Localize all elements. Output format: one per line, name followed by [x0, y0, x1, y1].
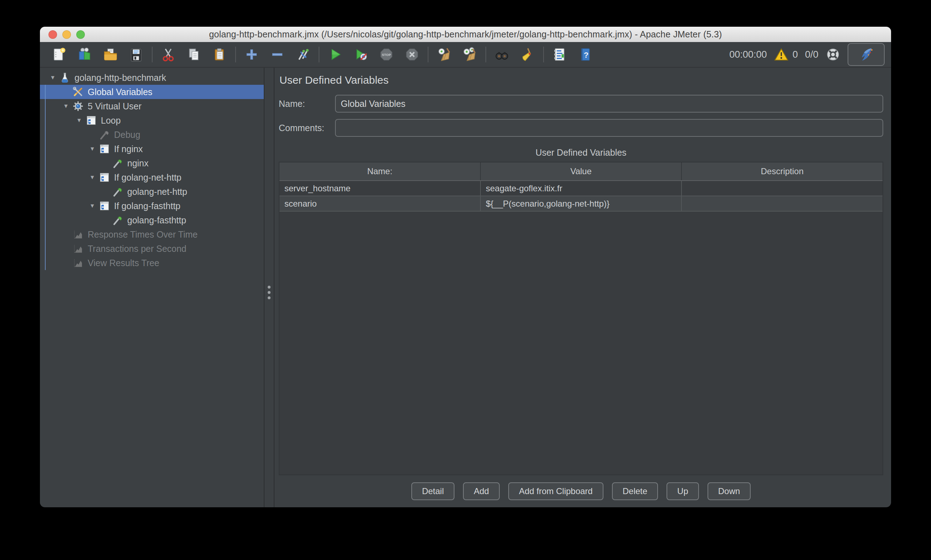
warning-count: 0: [792, 49, 798, 60]
tree-item-golang-net-http[interactable]: golang-net-http: [40, 185, 264, 199]
jmeter-logo-button[interactable]: [848, 43, 885, 66]
save-icon[interactable]: [128, 46, 144, 63]
variables-scroll-pane: Name:ValueDescription server_hostnamesea…: [279, 162, 883, 475]
column-header-description: Description: [681, 162, 883, 181]
start-icon[interactable]: [327, 46, 343, 63]
tree-item-if-golang-fasthttp[interactable]: ▼If golang-fasthttp: [40, 199, 264, 213]
sampler-gray-icon: [98, 129, 111, 141]
tree-item-label: Response Times Over Time: [88, 229, 197, 240]
add-from-clipboard-button[interactable]: Add from Clipboard: [508, 482, 603, 500]
search-icon[interactable]: [494, 46, 510, 63]
toolbar-groups: STOP?: [46, 46, 598, 63]
tree-item-label: golang-http-benchmark: [74, 73, 166, 83]
add-icon[interactable]: [244, 46, 260, 63]
target-icon: [826, 47, 840, 62]
stop-icon[interactable]: STOP: [378, 46, 395, 63]
column-header-value: Value: [481, 162, 681, 181]
elapsed-timer: 00:00:00: [729, 49, 767, 60]
split-pane-divider[interactable]: [265, 68, 274, 507]
detail-button[interactable]: Detail: [411, 482, 455, 500]
controller-icon: [98, 200, 111, 212]
controller-icon: [85, 114, 98, 126]
templates-icon[interactable]: [77, 46, 93, 63]
expand-arrow-icon[interactable]: ▼: [86, 146, 98, 152]
tree-item-label: nginx: [127, 158, 149, 169]
remove-icon[interactable]: [269, 46, 285, 63]
tree-item-golang-fasthttp[interactable]: golang-fasthttp: [40, 213, 264, 227]
minimize-button[interactable]: [62, 30, 71, 39]
expand-arrow-icon[interactable]: ▼: [47, 74, 59, 81]
toggle-icon[interactable]: [295, 46, 311, 63]
clean-icon[interactable]: [436, 46, 452, 63]
table-cell[interactable]: seagate-goflex.itix.fr: [481, 181, 681, 196]
tree-item-loop[interactable]: ▼Loop: [40, 113, 264, 128]
expand-arrow-icon[interactable]: ▼: [73, 117, 85, 124]
table-cell[interactable]: server_hostname: [279, 181, 481, 196]
new-file-icon[interactable]: [51, 46, 67, 63]
help-icon[interactable]: ?: [577, 46, 593, 63]
open-folder-icon[interactable]: [102, 46, 119, 63]
down-button[interactable]: Down: [707, 482, 751, 500]
tree-item-global-variables[interactable]: Global Variables: [40, 85, 264, 99]
cut-icon[interactable]: [160, 46, 176, 63]
main-panel: User Defined Variables Name: Comments: U…: [274, 68, 891, 507]
copy-icon[interactable]: [186, 46, 202, 63]
up-button[interactable]: Up: [666, 482, 699, 500]
comments-input[interactable]: [335, 119, 883, 137]
table-cell[interactable]: scenario: [279, 196, 481, 211]
thread-count: 0/0: [805, 49, 818, 60]
delete-button[interactable]: Delete: [612, 482, 658, 500]
jmeter-window: golang-http-benchmark.jmx (/Users/nicola…: [40, 27, 891, 507]
tree-item-label: Transactions per Second: [88, 244, 187, 254]
traffic-lights: [48, 27, 85, 42]
jmeter-logo-icon: [858, 46, 875, 63]
toolbar-status-cluster: 00:00:00 0 0/0: [729, 43, 885, 66]
table-row: server_hostnameseagate-goflex.itix.fr: [279, 181, 883, 196]
log-warning-indicator[interactable]: 0: [774, 47, 798, 62]
name-label: Name:: [279, 98, 335, 109]
name-input[interactable]: [335, 95, 883, 112]
tree-item-view-results-tree[interactable]: View Results Tree: [40, 256, 264, 270]
start-no-timers-icon[interactable]: [353, 46, 369, 63]
table-header-row: Name:ValueDescription: [279, 162, 883, 181]
table-cell[interactable]: [681, 181, 883, 196]
tree-item-5-virtual-user[interactable]: ▼5 Virtual User: [40, 99, 264, 113]
comments-row: Comments:: [279, 119, 883, 137]
add-button[interactable]: Add: [463, 482, 500, 500]
divider-grip-icon: [268, 286, 271, 299]
tree-item-label: View Results Tree: [88, 258, 159, 268]
paste-icon[interactable]: [211, 46, 228, 63]
close-button[interactable]: [48, 30, 57, 39]
expand-arrow-icon[interactable]: ▼: [86, 174, 98, 181]
tree-item-label: If nginx: [114, 144, 143, 154]
tree-guide-line: [45, 85, 46, 270]
function-helper-icon[interactable]: [552, 46, 568, 63]
tree-item-golang-http-benchmark[interactable]: ▼golang-http-benchmark: [40, 71, 264, 85]
global-vars-icon: [72, 86, 85, 98]
shutdown-icon[interactable]: [404, 46, 420, 63]
tree-item-transactions-per-second[interactable]: Transactions per Second: [40, 242, 264, 256]
tree-item-response-times-over-time[interactable]: Response Times Over Time: [40, 227, 264, 242]
tree-item-label: golang-fasthttp: [127, 215, 186, 226]
expand-arrow-icon[interactable]: ▼: [86, 203, 98, 209]
sampler-icon: [111, 214, 124, 226]
column-header-name: Name:: [279, 162, 481, 181]
clean-search-icon[interactable]: [519, 46, 536, 63]
chart-icon: [72, 257, 85, 269]
tree-item-if-nginx[interactable]: ▼If nginx: [40, 142, 264, 156]
tree-item-label: If golang-net-http: [114, 172, 182, 183]
svg-text:?: ?: [584, 51, 589, 60]
title-bar[interactable]: golang-http-benchmark.jmx (/Users/nicola…: [40, 27, 891, 42]
tree-item-nginx[interactable]: nginx: [40, 156, 264, 170]
page-title: User Defined Variables: [279, 74, 883, 86]
table-cell[interactable]: [681, 196, 883, 211]
table-cell[interactable]: ${__P(scenario,golang-net-http)}: [481, 196, 681, 211]
tree-item-if-golang-net-http[interactable]: ▼If golang-net-http: [40, 170, 264, 185]
expand-arrow-icon[interactable]: ▼: [60, 103, 72, 109]
toolbar-separator: [319, 47, 319, 62]
zoom-button[interactable]: [76, 30, 85, 39]
tree-item-debug[interactable]: Debug: [40, 128, 264, 142]
table-row: scenario${__P(scenario,golang-net-http)}: [279, 196, 883, 211]
toolbar-separator: [486, 47, 486, 62]
clean-all-icon[interactable]: [462, 46, 478, 63]
